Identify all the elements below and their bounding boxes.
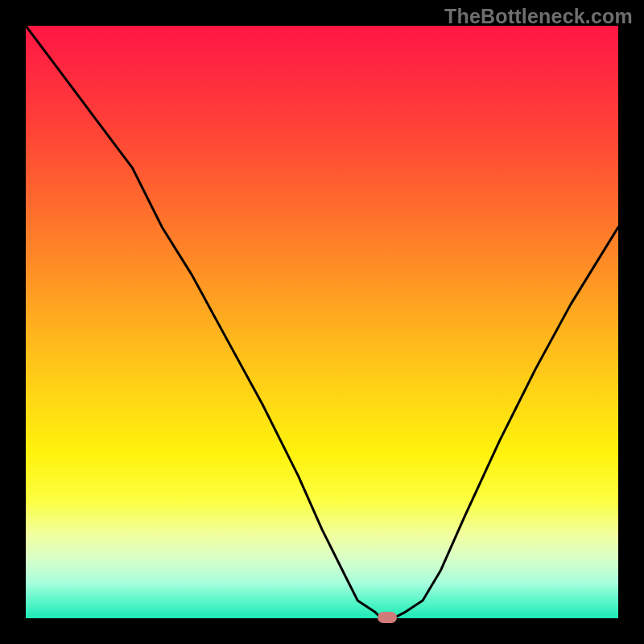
bottleneck-curve xyxy=(26,26,618,618)
plot-area xyxy=(26,26,618,618)
chart-container: TheBottleneck.com xyxy=(0,0,644,644)
watermark-text: TheBottleneck.com xyxy=(444,5,633,28)
optimal-point-marker xyxy=(378,612,397,623)
curve-svg xyxy=(26,26,618,618)
